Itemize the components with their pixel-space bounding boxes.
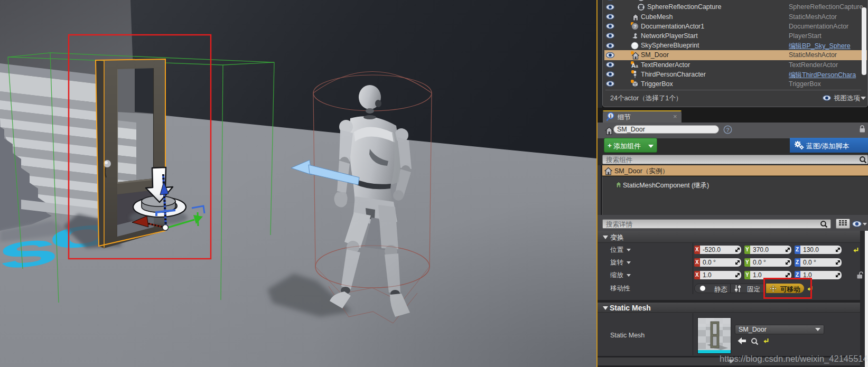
- svg-text:?: ?: [726, 127, 730, 133]
- svg-text:?: ?: [633, 24, 637, 29]
- svg-text:A: A: [631, 62, 636, 69]
- svg-text:a: a: [636, 63, 638, 69]
- svg-text:i: i: [610, 114, 612, 119]
